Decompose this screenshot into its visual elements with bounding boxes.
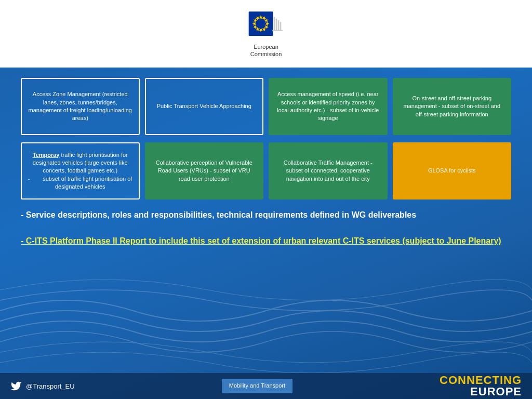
bottom-text-block: - Service descriptions, roles and respon… [21, 209, 511, 247]
box-access-zone-text: Access Zone Management (restricted lanes… [28, 90, 132, 123]
svg-rect-14 [276, 18, 277, 30]
box-collaborative-vru-text: Collaborative perception of Vulnerable R… [152, 159, 257, 183]
svg-rect-15 [278, 20, 280, 31]
box-parking-text: On-street and off-street parking managem… [400, 95, 504, 118]
box-temporay: Temporay traffic light prioritisation fo… [21, 142, 140, 200]
europe-text: EUROPE [440, 386, 522, 397]
bottom-line1: - Service descriptions, roles and respon… [21, 209, 511, 221]
footer: @Transport_EU Mobility and Transport CON… [0, 373, 532, 399]
eu-emblem-icon [245, 10, 287, 41]
box-access-management-text: Access management of speed (i.e. near sc… [276, 90, 380, 123]
box-glosa-text: GLOSA for cyclists [428, 167, 476, 175]
box-collaborative-traffic-text: Collaborative Traffic Management - subse… [276, 159, 380, 183]
box-collaborative-vru: Collaborative perception of Vulnerable R… [145, 142, 264, 200]
box-parking: On-street and off-street parking managem… [393, 78, 512, 135]
footer-social: @Transport_EU [10, 380, 75, 392]
box-public-transport: Public Transport Vehicle Approaching [145, 78, 264, 135]
box-access-zone: Access Zone Management (restricted lanes… [21, 78, 140, 135]
svg-rect-16 [280, 22, 282, 31]
box-access-management: Access management of speed (i.e. near sc… [269, 78, 388, 135]
box-collaborative-traffic: Collaborative Traffic Management - subse… [269, 142, 388, 200]
footer-mobility-label: Mobility and Transport [222, 379, 292, 393]
grid-row-2: Temporay traffic light prioritisation fo… [21, 142, 511, 200]
main-content: Access Zone Management (restricted lanes… [0, 68, 532, 252]
footer-brand: CONNECTING EUROPE [440, 375, 522, 397]
box-glosa: GLOSA for cyclists [393, 142, 512, 200]
eu-logo: European Commission [245, 10, 287, 58]
bottom-line2: - C-ITS Platform Phase II Report to incl… [21, 235, 511, 247]
grid-row-1: Access Zone Management (restricted lanes… [21, 78, 511, 135]
eu-label: European Commission [250, 43, 282, 58]
connecting-text: CONNECTING [440, 375, 522, 386]
box-temporay-text: Temporay traffic light prioritisation fo… [28, 151, 132, 191]
twitter-icon [10, 380, 22, 392]
twitter-handle: @Transport_EU [26, 382, 75, 390]
svg-rect-13 [274, 17, 275, 31]
svg-rect-17 [272, 30, 283, 31]
header-bar: European Commission [0, 0, 532, 68]
box-public-transport-text: Public Transport Vehicle Approaching [157, 102, 251, 110]
